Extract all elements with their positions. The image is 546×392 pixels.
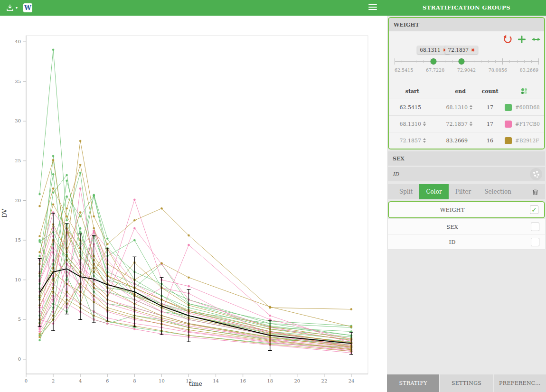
variable-row-sex[interactable]: SEX bbox=[388, 219, 545, 234]
sex-checkbox[interactable] bbox=[531, 223, 539, 231]
sex-group-title: SEX bbox=[393, 156, 405, 162]
spinner-icon[interactable] bbox=[423, 138, 426, 143]
svg-text:2: 2 bbox=[52, 378, 55, 383]
color-swatch[interactable] bbox=[505, 121, 512, 128]
weight-range-slider[interactable]: 68.1311 ✖ 72.1857 ✖ 62.5415 67.7228 72.9… bbox=[395, 58, 538, 73]
weight-group-title: WEIGHT bbox=[394, 22, 419, 28]
bottom-tab-bar: STRATIFY SETTINGS PREFERENC... bbox=[387, 374, 546, 392]
range-start-input[interactable]: 72.1857 bbox=[389, 138, 430, 144]
svg-text:10: 10 bbox=[15, 277, 21, 282]
svg-text:40: 40 bbox=[15, 39, 21, 44]
group-count: 17 bbox=[476, 121, 504, 127]
slider-handle-2[interactable] bbox=[458, 58, 464, 65]
expand-range-icon[interactable] bbox=[531, 35, 541, 44]
id-group-title: ID bbox=[393, 171, 399, 177]
cutpoint-chip[interactable]: 72.1857 ✖ bbox=[445, 46, 478, 54]
variable-label: SEX bbox=[388, 224, 517, 230]
svg-text:0: 0 bbox=[18, 356, 21, 362]
tab-split[interactable]: Split bbox=[393, 184, 419, 199]
svg-text:16: 16 bbox=[240, 378, 246, 383]
variable-label: ID bbox=[388, 239, 517, 245]
word-export-icon[interactable]: W bbox=[23, 3, 32, 12]
weight-group-header[interactable]: WEIGHT bbox=[389, 18, 544, 31]
scale-label: 72.9042 bbox=[457, 67, 476, 73]
svg-text:14: 14 bbox=[213, 378, 219, 383]
tab-preferences[interactable]: PREFERENC... bbox=[494, 374, 546, 392]
range-end-input[interactable]: 68.1310 bbox=[430, 104, 476, 111]
dv-vs-time-plot[interactable]: 0246810121416182022240510152025303540tim… bbox=[0, 16, 387, 392]
download-icon bbox=[6, 4, 14, 12]
svg-text:24: 24 bbox=[348, 378, 355, 383]
svg-text:0: 0 bbox=[25, 378, 28, 383]
col-header-count: count bbox=[476, 88, 504, 94]
svg-text:20: 20 bbox=[15, 198, 21, 203]
weight-checkbox[interactable]: ✓ bbox=[530, 205, 538, 214]
sex-group-header[interactable]: SEX bbox=[388, 151, 545, 166]
caret-down-icon: ▾ bbox=[16, 6, 18, 10]
variable-row-id[interactable]: ID bbox=[388, 234, 545, 250]
top-bar: ▾ W STRATIFICATION GROUPS bbox=[0, 0, 546, 16]
scale-label: 62.5415 bbox=[395, 67, 413, 73]
slider-scale-labels: 62.5415 67.7228 72.9042 78.0856 83.2669 bbox=[395, 67, 538, 73]
weight-group-box: WEIGHT 68.1311 ✖ 72.1857 bbox=[388, 17, 545, 149]
spinner-icon[interactable] bbox=[423, 121, 426, 126]
slider-track[interactable] bbox=[395, 58, 538, 65]
svg-text:18: 18 bbox=[267, 378, 273, 383]
panel-title: STRATIFICATION GROUPS bbox=[387, 0, 546, 16]
color-swatch[interactable] bbox=[505, 104, 512, 111]
svg-text:20: 20 bbox=[294, 378, 300, 383]
menu-icon[interactable] bbox=[368, 4, 377, 11]
spinner-icon[interactable] bbox=[470, 105, 472, 110]
tab-stratify[interactable]: STRATIFY bbox=[387, 374, 439, 392]
weight-groups-table: start end count 62.5415 68.1310 17 #60BD… bbox=[389, 84, 544, 149]
range-end-value: 83.2669 bbox=[430, 138, 476, 144]
svg-text:15: 15 bbox=[15, 237, 21, 243]
remove-chip-icon[interactable]: ✖ bbox=[471, 47, 475, 53]
add-cut-icon[interactable] bbox=[517, 35, 527, 44]
color-hex: #F17CB0 bbox=[515, 121, 540, 127]
svg-text:30: 30 bbox=[15, 118, 21, 123]
table-row: 62.5415 68.1310 17 #60BD68 bbox=[389, 99, 544, 115]
chip-value: 68.1311 bbox=[420, 47, 440, 53]
variable-row-weight[interactable]: WEIGHT ✓ bbox=[389, 202, 544, 217]
color-swatch[interactable] bbox=[505, 137, 512, 144]
trash-icon[interactable] bbox=[526, 184, 545, 199]
svg-text:25: 25 bbox=[15, 158, 21, 163]
mode-tab-bar: Split Color Filter Selection bbox=[388, 184, 545, 199]
col-header-end: end bbox=[430, 88, 476, 94]
svg-text:5: 5 bbox=[18, 317, 21, 322]
svg-text:DV: DV bbox=[1, 208, 8, 218]
table-row: 68.1310 72.1857 17 #F17CB0 bbox=[389, 115, 544, 132]
tab-filter[interactable]: Filter bbox=[449, 184, 478, 199]
chip-value: 72.1857 bbox=[448, 47, 469, 53]
svg-text:35: 35 bbox=[15, 79, 21, 84]
reset-icon[interactable] bbox=[503, 34, 513, 44]
svg-text:22: 22 bbox=[321, 378, 328, 383]
color-hex: #60BD68 bbox=[515, 104, 540, 110]
variable-label: WEIGHT bbox=[389, 206, 516, 213]
scale-label: 78.0856 bbox=[489, 67, 507, 73]
check-icon: ✓ bbox=[531, 206, 537, 213]
range-end-input[interactable]: 72.1857 bbox=[430, 121, 476, 127]
svg-text:6: 6 bbox=[106, 378, 109, 383]
slider-handle-1[interactable] bbox=[430, 58, 436, 65]
palette-icon[interactable] bbox=[504, 87, 544, 95]
group-count: 17 bbox=[476, 104, 504, 111]
spinner-icon[interactable] bbox=[470, 121, 472, 126]
tab-settings[interactable]: SETTINGS bbox=[440, 374, 492, 392]
range-start-input[interactable]: 68.1310 bbox=[389, 121, 430, 127]
id-group-header[interactable]: ID bbox=[388, 167, 545, 181]
col-header-start: start bbox=[389, 88, 430, 94]
scale-label: 83.2669 bbox=[520, 67, 538, 73]
tab-selection[interactable]: Selection bbox=[478, 184, 518, 199]
id-checkbox[interactable] bbox=[531, 238, 539, 246]
tab-color[interactable]: Color bbox=[419, 184, 448, 199]
svg-text:4: 4 bbox=[79, 378, 82, 383]
table-row: 72.1857 83.2669 16 #B2912F bbox=[389, 132, 544, 149]
weight-variable-highlight: WEIGHT ✓ bbox=[388, 201, 545, 218]
scatter-select-icon[interactable] bbox=[530, 168, 542, 182]
svg-text:10: 10 bbox=[159, 378, 165, 383]
download-button[interactable]: ▾ bbox=[6, 4, 18, 12]
range-start-value: 62.5415 bbox=[389, 104, 430, 111]
plot-area: 0246810121416182022240510152025303540tim… bbox=[0, 16, 387, 392]
